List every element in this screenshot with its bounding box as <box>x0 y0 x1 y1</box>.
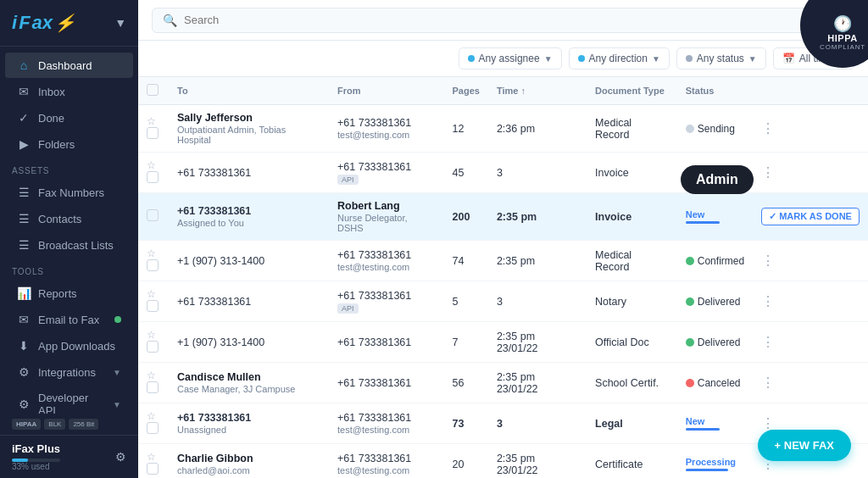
sidebar-item-email-to-fax[interactable]: ✉ Email to Fax <box>5 307 133 332</box>
row-checkbox-cell: ☆ <box>138 363 169 403</box>
more-options-icon[interactable]: ⋮ <box>761 294 775 308</box>
row-to-cell: +1 (907) 313-1400 <box>169 322 329 363</box>
status-filter[interactable]: Any status ▼ <box>676 47 766 69</box>
time-value: 3 <box>497 418 503 430</box>
star-icon[interactable]: ☆ <box>147 451 156 463</box>
status-processing: Processing <box>686 457 744 467</box>
status-label: Delivered <box>698 336 741 348</box>
status-badge: Delivered <box>686 296 744 308</box>
status-label: Any status <box>697 53 744 64</box>
sidebar-item-broadcast-lists[interactable]: ☰ Broadcast Lists <box>5 232 133 258</box>
more-options-icon[interactable]: ⋮ <box>761 375 775 390</box>
sidebar-item-fax-numbers[interactable]: ☰ Fax Numbers <box>5 180 133 205</box>
select-all-checkbox[interactable] <box>147 84 159 96</box>
row-to-phone: +61 733381361 <box>177 167 320 179</box>
row-time-cell: 2:35 pm <box>488 241 587 281</box>
row-from-phone: +61 733381361 <box>337 249 435 261</box>
search-icon: 🔍 <box>163 14 177 27</box>
row-checkbox-cell: ☆ <box>138 403 169 444</box>
fax-table-wrap: To From Pages Time ↑ Document Type Statu… <box>138 77 868 478</box>
assets-section-label: ASSETS <box>0 158 138 179</box>
row-checkbox[interactable] <box>147 209 159 221</box>
star-icon[interactable]: ☆ <box>147 115 156 127</box>
row-from-cell: +61 733381361 <box>329 363 443 403</box>
assignee-filter[interactable]: Any assignee ▼ <box>459 47 562 69</box>
star-icon[interactable]: ☆ <box>147 410 156 422</box>
api-badge: API <box>337 175 359 185</box>
doctype-value: Invoice <box>595 211 632 223</box>
new-fax-button[interactable]: + NEW FAX <box>758 430 851 461</box>
row-checkbox[interactable] <box>147 127 159 139</box>
direction-dot <box>578 55 585 62</box>
star-icon[interactable]: ☆ <box>147 159 156 171</box>
star-icon[interactable]: ☆ <box>147 288 156 300</box>
row-to-phone: +61 733381361 <box>177 412 320 424</box>
sidebar-item-integrations[interactable]: ⚙ Integrations ▼ <box>5 359 133 385</box>
status-badge: Sending <box>686 123 744 135</box>
row-to-phone: +1 (907) 313-1400 <box>177 255 320 267</box>
sidebar-item-dashboard[interactable]: ⌂ Dashboard <box>5 53 133 78</box>
star-icon[interactable]: ☆ <box>147 247 156 259</box>
sidebar-item-folders[interactable]: ▶ Folders <box>5 131 133 157</box>
more-options-icon[interactable]: ⋮ <box>761 416 775 431</box>
col-time: Time ↑ <box>488 77 587 105</box>
sidebar-item-reports[interactable]: 📊 Reports <box>5 281 133 306</box>
sidebar-item-done[interactable]: ✓ Done <box>5 105 133 131</box>
status-dot <box>686 55 693 62</box>
direction-filter[interactable]: Any direction ▼ <box>569 47 670 69</box>
assignee-dot <box>468 55 475 62</box>
hippa-clock-icon: 🕐 <box>833 14 852 33</box>
row-checkbox[interactable] <box>147 463 159 475</box>
row-time-cell: 2:35 pm <box>488 193 587 241</box>
chevron-down-icon: ▼ <box>544 54 553 64</box>
star-icon[interactable]: ☆ <box>147 370 156 381</box>
sidebar-item-label: Broadcast Lists <box>38 239 121 252</box>
row-checkbox[interactable] <box>147 381 159 393</box>
table-row: ☆ +1 (907) 313-1400 +61 733381361 test@t… <box>138 241 868 281</box>
row-more-cell: ⋮ <box>753 322 868 363</box>
more-options-icon[interactable]: ⋮ <box>761 165 775 180</box>
row-checkbox-cell: ☆ <box>138 153 169 193</box>
sidebar-item-label: Fax Numbers <box>38 186 121 199</box>
pages-value: 200 <box>452 211 470 223</box>
table-row: ☆ +1 (907) 313-1400 +61 733381361 7 2:35… <box>138 322 868 363</box>
sidebar-collapse-button[interactable]: ▼ <box>114 16 126 30</box>
row-status-cell: New <box>677 193 753 241</box>
more-options-icon[interactable]: ⋮ <box>761 121 775 136</box>
row-time-cell: 3 <box>488 153 587 193</box>
more-options-icon[interactable]: ⋮ <box>761 335 775 349</box>
row-checkbox[interactable] <box>147 341 159 353</box>
more-options-icon[interactable]: ⋮ <box>761 253 775 268</box>
status-label: Delivered <box>698 167 741 179</box>
col-pages: Pages <box>443 77 487 105</box>
row-to-phone: +61 733381361 <box>177 205 320 217</box>
row-doctype-cell: Notary <box>587 281 677 322</box>
mark-as-done-button[interactable]: ✓ MARK AS DONE <box>761 208 860 225</box>
download-icon: ⬇ <box>17 339 31 353</box>
sidebar-item-inbox[interactable]: ✉ Inbox <box>5 79 133 104</box>
search-wrap[interactable]: 🔍 <box>152 8 854 33</box>
home-icon: ⌂ <box>17 58 31 72</box>
row-to-phone: +61 733381361 <box>177 296 320 308</box>
row-to-sub: Assigned to You <box>177 218 320 228</box>
topbar: 🔍 <box>138 0 868 41</box>
assignee-label: Any assignee <box>479 53 540 64</box>
chevron-down-icon: ▼ <box>113 368 121 377</box>
sidebar-item-app-downloads[interactable]: ⬇ App Downloads <box>5 333 133 358</box>
filters-bar: Any assignee ▼ Any direction ▼ Any statu… <box>138 41 868 77</box>
row-checkbox[interactable] <box>147 422 159 434</box>
row-checkbox[interactable] <box>147 300 159 312</box>
email-active-dot <box>114 316 121 323</box>
sidebar-item-developer-api[interactable]: ⚙ Developer API ▼ <box>5 386 133 414</box>
blk-badge: BLK <box>44 419 65 430</box>
sidebar-nav: ⌂ Dashboard ✉ Inbox ✓ Done ▶ Folders ASS… <box>0 47 138 414</box>
status-new-bar <box>686 428 720 431</box>
sidebar-item-contacts[interactable]: ☰ Contacts <box>5 206 133 231</box>
search-input[interactable] <box>184 14 843 26</box>
row-from-email: test@testing.com <box>337 130 435 140</box>
star-icon[interactable]: ☆ <box>147 329 156 341</box>
row-checkbox[interactable] <box>147 259 159 271</box>
settings-icon[interactable]: ⚙ <box>115 450 126 464</box>
row-checkbox[interactable] <box>147 171 159 183</box>
chevron-down-icon: ▼ <box>748 54 757 64</box>
